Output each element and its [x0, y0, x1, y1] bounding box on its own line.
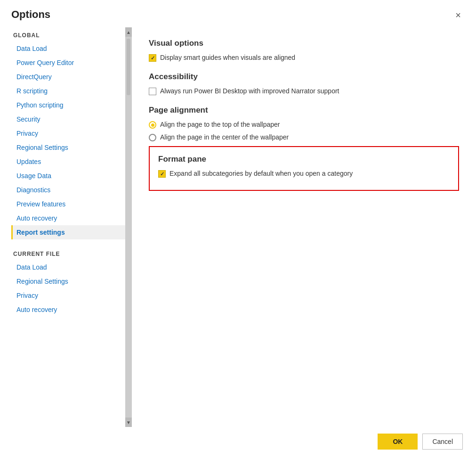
sidebar-item-updates[interactable]: Updates [11, 155, 132, 169]
current-file-section-label: CURRENT FILE [11, 251, 132, 257]
page-alignment-radio1[interactable] [149, 121, 156, 129]
sidebar-item-cf-regional-settings[interactable]: Regional Settings [11, 274, 132, 288]
page-alignment-label2: Align the page in the center of the wall… [160, 133, 289, 141]
main-content: Visual options Display smart guides when… [132, 27, 476, 427]
sidebar-item-cf-data-load[interactable]: Data Load [11, 260, 132, 274]
dialog-title: Options [11, 8, 50, 21]
accessibility-checkbox1[interactable] [149, 88, 156, 95]
sidebar-item-directquery[interactable]: DirectQuery [11, 70, 132, 84]
sidebar: GLOBAL Data Load Power Query Editor Dire… [0, 27, 132, 317]
accessibility-row1: Always run Power BI Desktop with improve… [149, 87, 459, 95]
sidebar-item-usage-data[interactable]: Usage Data [11, 169, 132, 183]
page-alignment-heading: Page alignment [149, 106, 459, 115]
sidebar-item-privacy[interactable]: Privacy [11, 126, 132, 140]
scrollbar-down-button[interactable]: ▼ [125, 418, 132, 427]
sidebar-item-auto-recovery[interactable]: Auto recovery [11, 211, 132, 225]
sidebar-item-r-scripting[interactable]: R scripting [11, 84, 132, 98]
sidebar-scroll: GLOBAL Data Load Power Query Editor Dire… [11, 27, 132, 317]
ok-button[interactable]: OK [378, 434, 418, 450]
scrollbar-up-button[interactable]: ▲ [125, 27, 132, 37]
global-section-label: GLOBAL [11, 32, 132, 39]
accessibility-label1: Always run Power BI Desktop with improve… [160, 87, 339, 95]
scrollbar-inner [127, 39, 130, 95]
title-bar: Options × [0, 0, 476, 22]
visual-options-heading: Visual options [149, 39, 459, 48]
visual-options-checkbox1[interactable] [149, 54, 156, 62]
format-pane-label1: Expand all subcategories by default when… [169, 170, 353, 177]
format-pane-heading: Format pane [158, 155, 450, 164]
sidebar-item-power-query-editor[interactable]: Power Query Editor [11, 56, 132, 70]
visual-options-label1: Display smart guides when visuals are al… [160, 54, 295, 61]
dialog-footer: OK Cancel [0, 427, 476, 459]
sidebar-item-preview-features[interactable]: Preview features [11, 197, 132, 211]
sidebar-item-python-scripting[interactable]: Python scripting [11, 98, 132, 112]
dialog-body: GLOBAL Data Load Power Query Editor Dire… [0, 27, 476, 427]
sidebar-item-security[interactable]: Security [11, 112, 132, 126]
sidebar-item-cf-privacy[interactable]: Privacy [11, 288, 132, 303]
format-pane-box: Format pane Expand all subcategories by … [149, 146, 459, 191]
sidebar-item-regional-settings[interactable]: Regional Settings [11, 140, 132, 155]
accessibility-heading: Accessibility [149, 72, 459, 82]
sidebar-item-diagnostics[interactable]: Diagnostics [11, 183, 132, 197]
page-alignment-radio2[interactable] [149, 134, 156, 141]
options-dialog: Options × GLOBAL Data Load Power Query E… [0, 0, 476, 459]
scrollbar-track: ▲ ▼ [125, 27, 132, 427]
sidebar-item-report-settings[interactable]: Report settings [11, 225, 132, 239]
cancel-button[interactable]: Cancel [422, 434, 463, 450]
visual-options-row1: Display smart guides when visuals are al… [149, 54, 459, 62]
close-button[interactable]: × [452, 8, 465, 22]
format-pane-checkbox1[interactable] [158, 170, 166, 178]
scrollbar-thumb-area [125, 37, 132, 418]
sidebar-wrapper: GLOBAL Data Load Power Query Editor Dire… [0, 27, 132, 427]
sidebar-item-data-load[interactable]: Data Load [11, 41, 132, 56]
sidebar-item-cf-auto-recovery[interactable]: Auto recovery [11, 303, 132, 317]
format-pane-row1: Expand all subcategories by default when… [158, 170, 450, 178]
page-alignment-row2: Align the page in the center of the wall… [149, 133, 459, 141]
page-alignment-row1: Align the page to the top of the wallpap… [149, 121, 459, 129]
page-alignment-label1: Align the page to the top of the wallpap… [160, 121, 280, 128]
